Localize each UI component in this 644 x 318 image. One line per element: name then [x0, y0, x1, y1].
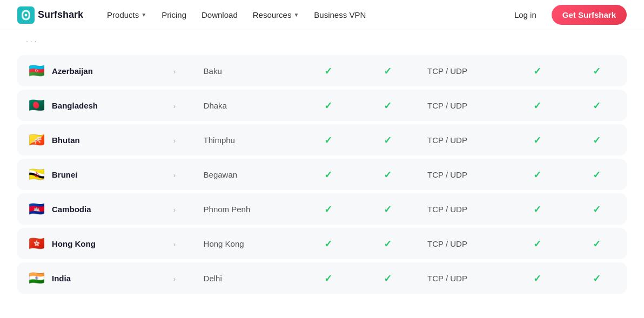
check-col4-5	[567, 228, 627, 259]
nav-right: Log in Get Surfshark	[508, 5, 627, 25]
logo-text: Surfshark	[38, 9, 83, 21]
login-button[interactable]: Log in	[508, 6, 543, 24]
check-mark-col4-2	[593, 134, 601, 146]
protocol-cell-4: TCP / UDP	[418, 193, 507, 225]
protocol-cell-3: TCP / UDP	[418, 159, 507, 190]
check-mark-col3-4	[533, 203, 541, 215]
check-mark-col3-2	[533, 134, 541, 146]
flag-4: 🇰🇭	[27, 202, 46, 216]
check-mark-col3-0	[533, 65, 541, 77]
expand-chevron-icon-5[interactable]: ›	[173, 240, 176, 248]
check-col1-0	[298, 55, 358, 86]
country-table: 🇦🇿 Azerbaijan › Baku TCP / UDP 🇧🇩 Bangla…	[17, 52, 627, 297]
check-col1-1	[298, 90, 358, 121]
check-mark-col2-6	[384, 272, 392, 284]
expand-chevron-icon-3[interactable]: ›	[173, 171, 176, 179]
country-name-2: Bhutan	[52, 136, 80, 145]
expand-cell-6[interactable]: ›	[164, 262, 194, 294]
check-mark-col1-2	[324, 134, 332, 146]
city-cell-5: Hong Kong	[194, 228, 298, 259]
get-surfshark-button[interactable]: Get Surfshark	[552, 5, 627, 25]
expand-cell-1[interactable]: ›	[164, 90, 194, 121]
expand-chevron-icon-1[interactable]: ›	[173, 102, 176, 110]
check-mark-col4-6	[593, 272, 601, 284]
country-name-0: Azerbaijan	[52, 66, 93, 76]
table-row: 🇰🇭 Cambodia › Phnom Penh TCP / UDP	[17, 193, 627, 225]
expand-cell-0[interactable]: ›	[164, 55, 194, 86]
check-mark-col2-2	[384, 134, 392, 146]
expand-cell-3[interactable]: ›	[164, 159, 194, 190]
protocol-cell-2: TCP / UDP	[418, 124, 507, 155]
check-mark-col4-5	[593, 238, 601, 249]
country-cell-6: 🇮🇳 India	[17, 262, 164, 294]
country-cell-0: 🇦🇿 Azerbaijan	[17, 55, 164, 86]
country-name-1: Bangladesh	[52, 101, 98, 110]
nav-products[interactable]: Products ▼	[100, 6, 153, 24]
check-mark-col2-3	[384, 168, 392, 180]
expand-cell-4[interactable]: ›	[164, 193, 194, 225]
check-col2-0	[358, 55, 418, 86]
check-mark-col3-1	[533, 99, 541, 111]
expand-chevron-icon-4[interactable]: ›	[173, 206, 176, 214]
country-cell-3: 🇧🇳 Brunei	[17, 159, 164, 190]
check-mark-col4-4	[593, 203, 601, 215]
truncated-row: · · ·	[17, 30, 627, 52]
check-mark-col4-3	[593, 168, 601, 180]
check-mark-col3-3	[533, 168, 541, 180]
country-cell-2: 🇧🇹 Bhutan	[17, 124, 164, 155]
city-cell-1: Dhaka	[194, 90, 298, 121]
nav-resources[interactable]: Resources ▼	[246, 6, 306, 24]
table-row: 🇮🇳 India › Delhi TCP / UDP	[17, 262, 627, 294]
check-mark-col1-4	[324, 203, 332, 215]
check-col2-2	[358, 124, 418, 155]
check-col1-6	[298, 262, 358, 294]
nav-business-vpn[interactable]: Business VPN	[307, 6, 372, 24]
check-col3-2	[507, 124, 567, 155]
check-mark-col2-4	[384, 203, 392, 215]
flag-2: 🇧🇹	[27, 133, 46, 147]
check-mark-col3-5	[533, 238, 541, 249]
expand-chevron-icon-0[interactable]: ›	[173, 67, 176, 76]
protocol-cell-6: TCP / UDP	[418, 262, 507, 294]
country-name-6: India	[52, 274, 71, 283]
check-col2-5	[358, 228, 418, 259]
protocol-cell-0: TCP / UDP	[418, 55, 507, 86]
city-cell-6: Delhi	[194, 262, 298, 294]
check-col2-1	[358, 90, 418, 121]
flag-0: 🇦🇿	[27, 64, 46, 78]
country-name-4: Cambodia	[52, 205, 91, 214]
check-col4-3	[567, 159, 627, 190]
check-col1-3	[298, 159, 358, 190]
table-row: 🇭🇰 Hong Kong › Hong Kong TCP / UDP	[17, 228, 627, 259]
check-col3-5	[507, 228, 567, 259]
nav-pricing[interactable]: Pricing	[155, 6, 193, 24]
country-cell-1: 🇧🇩 Bangladesh	[17, 90, 164, 121]
country-cell-4: 🇰🇭 Cambodia	[17, 193, 164, 225]
check-mark-col1-1	[324, 99, 332, 111]
expand-cell-2[interactable]: ›	[164, 124, 194, 155]
protocol-cell-5: TCP / UDP	[418, 228, 507, 259]
products-chevron-icon: ▼	[141, 12, 146, 18]
flag-6: 🇮🇳	[27, 271, 46, 285]
check-mark-col3-6	[533, 272, 541, 284]
check-col3-0	[507, 55, 567, 86]
table-row: 🇦🇿 Azerbaijan › Baku TCP / UDP	[17, 55, 627, 86]
check-mark-col4-0	[593, 65, 601, 77]
expand-chevron-icon-2[interactable]: ›	[173, 137, 176, 145]
expand-cell-5[interactable]: ›	[164, 228, 194, 259]
expand-chevron-icon-6[interactable]: ›	[173, 275, 176, 283]
nav-download[interactable]: Download	[195, 6, 244, 24]
check-col2-3	[358, 159, 418, 190]
resources-chevron-icon: ▼	[293, 12, 299, 18]
check-mark-col4-1	[593, 99, 601, 111]
flag-5: 🇭🇰	[27, 236, 46, 251]
check-col2-4	[358, 193, 418, 225]
check-col4-0	[567, 55, 627, 86]
table-row: 🇧🇳 Brunei › Begawan TCP / UDP	[17, 159, 627, 190]
country-name-3: Brunei	[52, 170, 78, 179]
check-col3-6	[507, 262, 567, 294]
check-col1-2	[298, 124, 358, 155]
logo[interactable]: Surfshark	[17, 6, 83, 24]
check-col1-4	[298, 193, 358, 225]
check-mark-col2-5	[384, 238, 392, 249]
